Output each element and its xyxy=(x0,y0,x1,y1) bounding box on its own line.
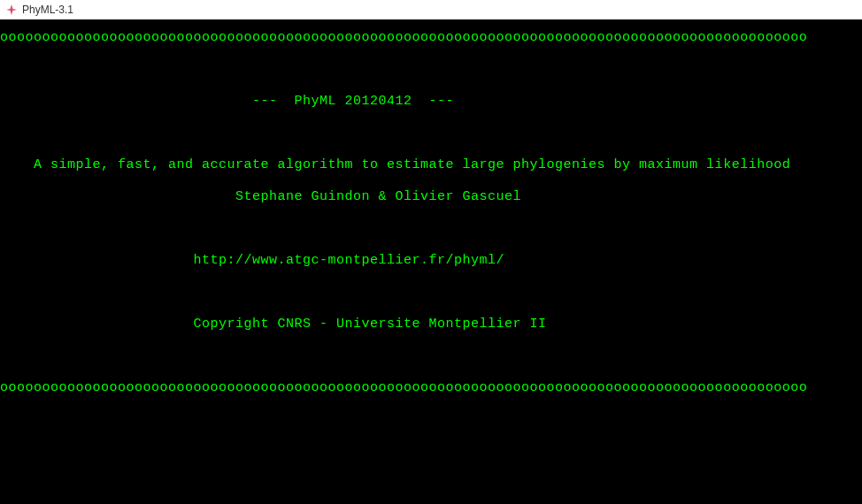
border-top: oooooooooooooooooooooooooooooooooooooooo… xyxy=(0,30,862,46)
terminal-area[interactable]: oooooooooooooooooooooooooooooooooooooooo… xyxy=(0,19,862,504)
border-bottom: oooooooooooooooooooooooooooooooooooooooo… xyxy=(0,380,862,396)
window-title: PhyML-3.1 xyxy=(22,4,73,16)
terminal-output: oooooooooooooooooooooooooooooooooooooooo… xyxy=(0,19,862,504)
window-titlebar: PhyML-3.1 xyxy=(0,0,862,19)
authors-line: Stephane Guindon & Olivier Gascuel xyxy=(0,189,862,205)
banner-line: --- PhyML 20120412 --- xyxy=(0,94,862,110)
url-line: http://www.atgc-montpellier.fr/phyml/ xyxy=(0,253,862,269)
app-icon xyxy=(5,4,18,16)
copyright-line: Copyright CNRS - Universite Montpellier … xyxy=(0,317,862,332)
description-line: A simple, fast, and accurate algorithm t… xyxy=(0,157,862,173)
